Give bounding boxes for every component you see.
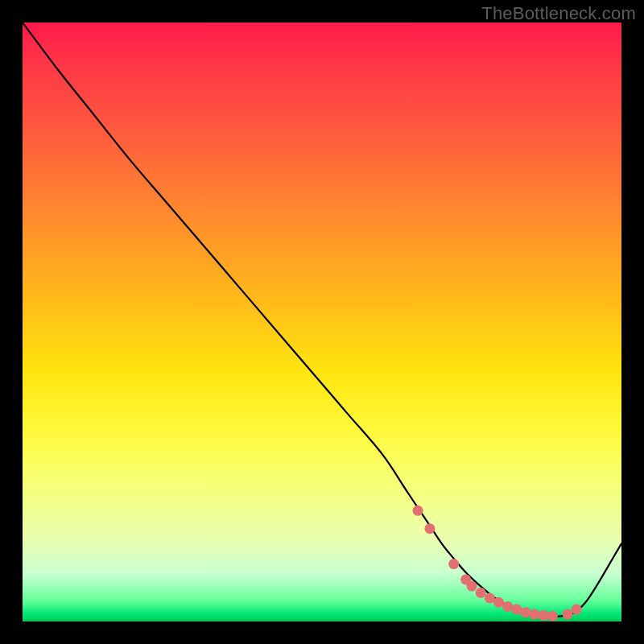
- marker-dot: [511, 605, 522, 615]
- marker-dot: [547, 611, 558, 621]
- marker-dot: [448, 559, 459, 569]
- marker-dot: [530, 609, 540, 620]
- marker-dot: [493, 597, 504, 608]
- watermark-text: TheBottleneck.com: [481, 3, 636, 24]
- marker-dot: [413, 506, 423, 516]
- marker-dot: [539, 610, 549, 621]
- curve-layer: [23, 23, 621, 621]
- marker-dot: [424, 523, 435, 534]
- marker-dot: [502, 601, 513, 612]
- bottleneck-curve: [23, 23, 621, 617]
- marker-dot: [467, 581, 477, 592]
- marker-dot: [520, 607, 530, 617]
- chart-canvas: TheBottleneck.com: [0, 0, 644, 644]
- marker-dot: [485, 592, 495, 603]
- highlight-markers: [413, 506, 582, 621]
- marker-dot: [572, 605, 582, 615]
- marker-dot: [563, 609, 573, 620]
- plot-area: [23, 23, 621, 621]
- marker-dot: [476, 588, 486, 598]
